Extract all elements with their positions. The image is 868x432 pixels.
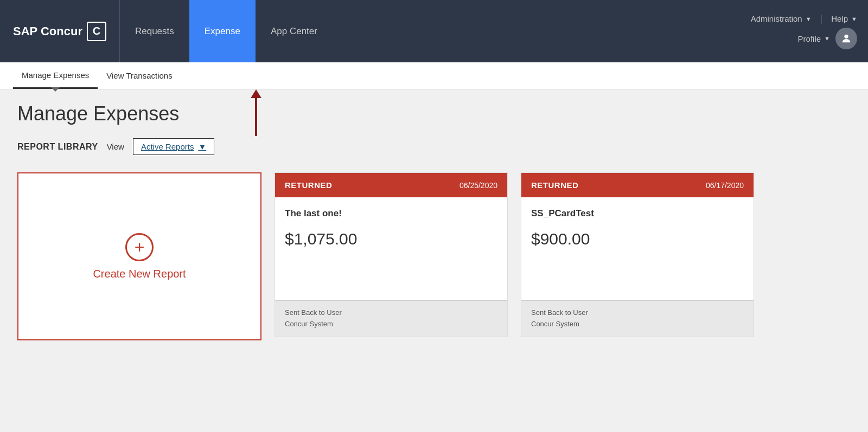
report-card-0-name: The last one!: [285, 208, 497, 219]
help-caret-icon: ▼: [851, 16, 857, 22]
logo-text-label: SAP Concur: [13, 24, 82, 38]
report-card-0-footer-line2: Concur System: [285, 319, 497, 330]
administration-link[interactable]: Administration ▼: [751, 14, 812, 23]
report-card-0-footer: Sent Back to User Concur System: [275, 300, 507, 337]
report-card-0-amount: $1,075.00: [285, 230, 497, 248]
active-reports-dropdown[interactable]: Active Reports ▼: [133, 138, 214, 155]
profile-caret-icon: ▼: [824, 35, 830, 42]
logo-icon: C: [87, 22, 106, 41]
logo-area: SAP Concur C: [0, 0, 120, 62]
sub-nav-wrapper: Manage Expenses View Transactions: [0, 62, 868, 89]
logo: SAP Concur C: [13, 22, 106, 41]
page-title: Manage Expenses: [17, 102, 851, 125]
sub-nav-manage-expenses[interactable]: Manage Expenses: [13, 62, 98, 89]
report-card-0-footer-line1: Sent Back to User: [285, 307, 497, 319]
top-navigation: SAP Concur C Requests Expense App Center…: [0, 0, 868, 62]
report-card-1-footer-line1: Sent Back to User: [531, 307, 744, 319]
nav-item-app-center[interactable]: App Center: [256, 0, 333, 62]
report-card-0[interactable]: RETURNED 06/25/2020 The last one! $1,075…: [275, 172, 508, 337]
report-card-1-status: RETURNED: [531, 180, 578, 190]
report-card-1-amount: $900.00: [531, 230, 744, 248]
dropdown-arrow-icon: ▼: [198, 142, 206, 151]
create-new-report-card[interactable]: + Create New Report: [17, 172, 261, 340]
admin-caret-icon: ▼: [806, 16, 812, 22]
report-card-1-body: SS_PCardTest $900.00: [521, 197, 754, 300]
right-nav-bottom: Profile ▼: [798, 28, 857, 49]
report-card-0-body: The last one! $1,075.00: [275, 197, 507, 300]
report-card-1-header: RETURNED 06/17/2020: [521, 173, 754, 197]
arrow-annotation: [251, 89, 261, 136]
cards-row: + Create New Report RETURNED 06/25/2020 …: [17, 172, 851, 340]
report-card-1-name: SS_PCardTest: [531, 208, 744, 219]
create-label: Create New Report: [93, 268, 186, 280]
help-link[interactable]: Help ▼: [831, 14, 857, 23]
report-library-bar: REPORT LIBRARY View Active Reports ▼: [17, 138, 851, 155]
create-plus-icon: +: [125, 233, 154, 261]
report-library-label: REPORT LIBRARY: [17, 142, 98, 152]
report-card-1-footer-line2: Concur System: [531, 319, 744, 330]
right-nav-top: Administration ▼ | Help ▼: [751, 13, 857, 24]
arrow-shaft: [255, 98, 257, 136]
report-card-0-status: RETURNED: [285, 180, 332, 190]
report-card-0-header: RETURNED 06/25/2020: [275, 173, 507, 197]
profile-link[interactable]: Profile ▼: [798, 34, 830, 43]
report-card-0-date: 06/25/2020: [459, 181, 497, 190]
view-label: View: [107, 142, 124, 151]
right-nav: Administration ▼ | Help ▼ Profile ▼: [751, 0, 868, 62]
sub-nav-view-transactions[interactable]: View Transactions: [98, 62, 181, 89]
avatar[interactable]: [835, 28, 857, 49]
nav-item-expense[interactable]: Expense: [189, 0, 256, 62]
nav-divider: |: [820, 13, 823, 24]
svg-point-0: [844, 35, 848, 38]
nav-items: Requests Expense App Center: [120, 0, 333, 62]
report-card-1-date: 06/17/2020: [706, 181, 744, 190]
arrow-head-icon: [251, 89, 261, 98]
nav-item-requests[interactable]: Requests: [120, 0, 189, 62]
sub-navigation: Manage Expenses View Transactions: [0, 62, 868, 89]
report-card-1[interactable]: RETURNED 06/17/2020 SS_PCardTest $900.00…: [521, 172, 754, 337]
report-card-1-footer: Sent Back to User Concur System: [521, 300, 754, 337]
main-content: Manage Expenses REPORT LIBRARY View Acti…: [0, 89, 868, 415]
